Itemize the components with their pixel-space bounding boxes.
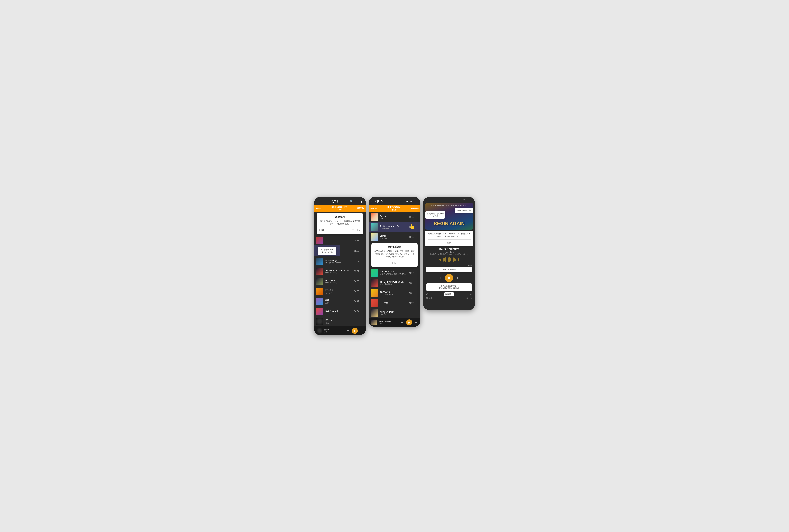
waveform-bar-10	[448, 258, 448, 261]
song-item-summer[interactable]: 回到夏天 旺仔小乔 04:03 ⋮	[314, 286, 366, 296]
add-icon[interactable]: +	[356, 200, 358, 203]
song-more-myonly[interactable]: ⋮	[415, 271, 418, 275]
long-press-tooltip: 長按以向前移動	[426, 267, 472, 272]
waveform-bar-3	[442, 258, 442, 262]
song-more-lemon[interactable]: ⋮	[415, 235, 418, 239]
song-thumb-otona	[371, 289, 378, 297]
np-close-btn[interactable]: 關閉	[447, 242, 451, 244]
amazon-banner-2[interactable]: amazon. 11.11寵愛自己 免運費* 搶購優惠▸	[369, 205, 420, 212]
tooltip-body: 顯示播放器正在（於 VK 上）搜尋音訊檔案或下載資料。下拉以重新整理。	[319, 220, 360, 225]
more-icon[interactable]: ⋮	[360, 200, 363, 203]
multiselect-body: 為了開始選擇，於音軌上長按。下載、刪除、新增至播放清單和其它所選的音軌。為了取得…	[374, 250, 415, 258]
search-icon[interactable]: 🔍	[350, 200, 354, 203]
waveform-bar-5	[444, 258, 444, 262]
np-main-tooltip: 滑動以變更音軌。長按以選擇封面。兩次輕觸以開啟歌詞。向上滑動以開啟佇列。 關閉	[425, 231, 473, 246]
shuffle-icon[interactable]: ⇄	[470, 293, 472, 296]
tooltip-close-btn[interactable]: 關閉	[319, 229, 324, 232]
repeat-icon[interactable]: ⟲	[426, 293, 428, 296]
next-btn[interactable]: ⏭	[360, 329, 363, 332]
play-btn[interactable]: ▶	[352, 328, 358, 334]
next-btn-2[interactable]: ⏭	[415, 321, 418, 324]
tooltip-next-btn[interactable]: 下一則 >	[352, 229, 360, 232]
song-more-marvin[interactable]: ⋮	[361, 260, 364, 263]
song-more-tellme[interactable]: ⋮	[361, 269, 364, 273]
song-info-keira2: Keira Knightley Lost Stars	[380, 310, 412, 315]
play-btn-2[interactable]: ▶	[406, 319, 412, 325]
song-artist-summer: 旺仔小乔	[325, 292, 352, 294]
prev-btn-2[interactable]: ⏮	[401, 321, 403, 324]
song-more-rong[interactable]: ⋮	[361, 319, 364, 323]
song-more-daylight[interactable]: ⋮	[415, 215, 418, 219]
multiselect-close-btn[interactable]: 關閉	[392, 262, 397, 264]
highlighted-more[interactable]: ⋮	[361, 249, 364, 252]
banner-promo-2: 搶購優惠▸	[411, 207, 419, 210]
song-item-keira2[interactable]: Keira Knightley Lost Stars ⋮	[369, 308, 420, 318]
song-item-tellme[interactable]: Tell Me If You Wanna Go... Keira Knightl…	[314, 266, 366, 276]
song-thumb-lemon	[371, 233, 378, 241]
song-artist-otona: Doughnuts Hole	[380, 293, 407, 296]
song-item-marvin[interactable]: Marvin Gaye Straight No Chaser 03:01 ⋮	[314, 256, 366, 266]
phone-2: ‹ 音軌: 3 ≡ ✏ ⋮ amazon. 11.11寵愛自己 免運費* 搶購優…	[369, 197, 420, 327]
list-icon[interactable]: ≡	[406, 200, 408, 203]
waveform-bar-13	[450, 258, 451, 261]
song-more-otona[interactable]: ⋮	[415, 291, 418, 295]
track-more-icon[interactable]: ⋮	[415, 200, 418, 203]
amazon-banner[interactable]: amazon. 11.11寵愛自己 免運費* 搶購優惠▸	[314, 205, 366, 212]
np-prev-btn[interactable]: ⏮	[437, 276, 441, 280]
tooltip-footer: 關閉 下一則 >	[319, 229, 360, 232]
song-item-1[interactable]: 04:12 ⋮	[314, 235, 366, 245]
waveform-bar-12	[449, 257, 450, 262]
song-more-loststars[interactable]: ⋮	[361, 280, 364, 283]
np-song-title: Keira Knightley	[423, 248, 475, 250]
np-pause-btn[interactable]: ⏸	[445, 274, 453, 282]
phone1-header: ☰ 佇列 🔍 + ⋮	[314, 197, 366, 205]
song-item-loststars[interactable]: Lost Stars Keira Knightley 04:00 ⋮	[314, 276, 366, 286]
song-duration-daylight: 03:45	[409, 216, 414, 218]
song-item-chien[interactable]: 千千阙歌 04:59 ⋮	[369, 298, 420, 308]
np-more-icon[interactable]: ⋮	[470, 198, 472, 202]
back-icon[interactable]: ‹	[371, 199, 373, 204]
shuffle-tooltip: 隨機播放	[444, 292, 454, 296]
song-artist-myonly: 佐藤広大/宏実/佐藤広大/YUTA...	[380, 273, 407, 276]
song-info-tellme2: Tell Me If You Wanna Go... Keira Knightl…	[380, 281, 407, 285]
song-item-myonly[interactable]: MY ONLY ONE 佐藤広大/宏実/佐藤広大/YUTA... 04:38 ⋮	[369, 268, 420, 278]
waveform-bar-18	[454, 258, 455, 261]
song-more-tellme2[interactable]: ⋮	[415, 281, 418, 285]
song-item-hazy[interactable]: 暧昧 王菲 04:41 ⋮	[314, 296, 366, 306]
song-item-justyou[interactable]: Just the Way You Are Bruno Mars 03:41 ⋮ …	[369, 222, 420, 232]
np-bottom-tooltip-line1: 點擊以變更重複模式。	[428, 285, 470, 287]
song-more-love[interactable]: ⋮	[361, 309, 364, 313]
song-item-love[interactable]: 爱与痛的边缘 04:24 ⋮	[314, 306, 366, 316]
menu-icon[interactable]: ☰	[317, 200, 319, 203]
song-thumb-love	[316, 308, 323, 315]
song-more-hazy[interactable]: ⋮	[361, 300, 364, 303]
song-list-phone1: 04:12 ⋮ 為了開啟左側選單，向右滑動 04:40 ⋮	[314, 235, 366, 326]
song-more-1[interactable]: ⋮	[361, 239, 364, 242]
song-item-tellme2[interactable]: Tell Me If You Wanna Go... Keira Knightl…	[369, 278, 420, 288]
song-item-rong[interactable]: 容祖儿 心淡 ⋮	[314, 316, 366, 326]
song-duration-love: 04:24	[354, 310, 359, 312]
bottom-player-2: Keira Knightley Lost Stars ⏮ ▶ ⏭	[369, 318, 420, 327]
song-more-keira2[interactable]: ⋮	[415, 311, 418, 315]
song-title-hazy: 暧昧	[325, 299, 352, 302]
multiselect-divider	[374, 260, 415, 260]
song-more-summer[interactable]: ⋮	[361, 289, 364, 293]
song-item-otona[interactable]: おとなの掟 Doughnuts Hole 03:26 ⋮	[369, 288, 420, 298]
song-duration-chien: 04:59	[409, 302, 414, 304]
song-more-justyou[interactable]: ⋮	[415, 225, 418, 229]
prev-btn[interactable]: ⏮	[346, 329, 349, 332]
highlighted-song-item[interactable]: 為了開啟左側選單，向右滑動	[314, 245, 340, 256]
song-info-lemon: Lemon 米津玄師	[380, 234, 407, 240]
song-item-lemon[interactable]: Lemon 米津玄師 04:15 ⋮	[369, 232, 420, 242]
waveform-bar-9	[447, 258, 447, 262]
song-duration-marvin: 03:01	[354, 260, 359, 263]
edit-icon[interactable]: ✏	[410, 200, 413, 203]
player-controls-2: ⏮ ▶ ⏭	[401, 319, 418, 325]
song-thumb-loststars	[316, 278, 323, 285]
np-next-btn[interactable]: ⏭	[457, 276, 461, 280]
album-art[interactable]: Music From and Inspired by the Original …	[425, 203, 473, 230]
song-duration-tellme: 03:27	[354, 270, 359, 272]
song-more-chien[interactable]: ⋮	[415, 301, 418, 305]
song-item-daylight[interactable]: Daylight Maroon 5 03:45 ⋮	[369, 212, 420, 222]
song-title-rong: 容祖儿	[325, 319, 357, 322]
